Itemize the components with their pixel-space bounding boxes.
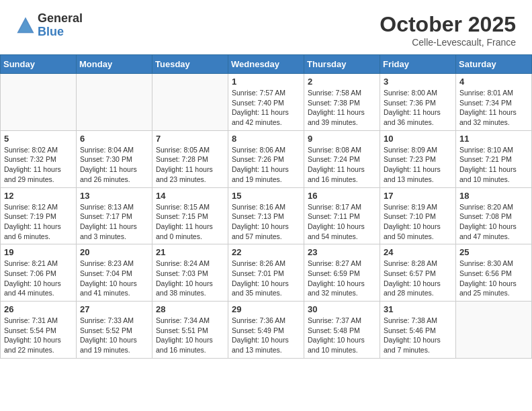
day-cell-7: 7Sunrise: 8:05 AMSunset: 7:28 PMDaylight…	[152, 130, 228, 187]
day-number: 16	[308, 191, 376, 201]
day-number: 27	[80, 304, 148, 314]
day-cell-2: 2Sunrise: 7:58 AMSunset: 7:38 PMDaylight…	[304, 74, 380, 131]
day-info: Sunrise: 8:16 AMSunset: 7:13 PMDaylight:…	[232, 202, 300, 242]
day-info: Sunrise: 8:13 AMSunset: 7:17 PMDaylight:…	[80, 202, 148, 242]
week-row-2: 12Sunrise: 8:12 AMSunset: 7:19 PMDayligh…	[1, 187, 532, 244]
day-cell-23: 23Sunrise: 8:27 AMSunset: 6:59 PMDayligh…	[304, 244, 380, 302]
logo: General Blue	[16, 12, 83, 39]
day-info: Sunrise: 8:05 AMSunset: 7:28 PMDaylight:…	[156, 145, 224, 185]
day-number: 8	[232, 134, 300, 144]
day-cell-29: 29Sunrise: 7:36 AMSunset: 5:49 PMDayligh…	[228, 302, 304, 359]
day-info: Sunrise: 8:06 AMSunset: 7:26 PMDaylight:…	[232, 145, 300, 185]
day-info: Sunrise: 7:36 AMSunset: 5:49 PMDaylight:…	[232, 316, 300, 355]
weekday-header-thursday: Thursday	[304, 55, 380, 74]
day-cell-12: 12Sunrise: 8:12 AMSunset: 7:19 PMDayligh…	[1, 187, 77, 244]
day-info: Sunrise: 7:33 AMSunset: 5:52 PMDaylight:…	[80, 316, 148, 355]
day-cell-11: 11Sunrise: 8:10 AMSunset: 7:21 PMDayligh…	[456, 130, 532, 187]
day-number: 24	[384, 247, 452, 257]
day-number: 19	[4, 247, 73, 257]
day-number: 13	[80, 191, 148, 201]
day-cell-8: 8Sunrise: 8:06 AMSunset: 7:26 PMDaylight…	[228, 130, 304, 187]
day-info: Sunrise: 7:31 AMSunset: 5:54 PMDaylight:…	[4, 316, 73, 355]
weekday-header-friday: Friday	[380, 55, 456, 74]
day-number: 4	[459, 77, 528, 87]
weekday-header-row: SundayMondayTuesdayWednesdayThursdayFrid…	[1, 55, 532, 74]
day-info: Sunrise: 8:20 AMSunset: 7:08 PMDaylight:…	[459, 202, 528, 242]
day-number: 5	[4, 134, 73, 144]
day-number: 14	[156, 191, 224, 201]
day-number: 20	[80, 247, 148, 257]
day-cell-27: 27Sunrise: 7:33 AMSunset: 5:52 PMDayligh…	[77, 302, 152, 359]
weekday-header-wednesday: Wednesday	[228, 55, 304, 74]
day-info: Sunrise: 8:23 AMSunset: 7:04 PMDaylight:…	[80, 259, 148, 298]
empty-cell	[77, 74, 152, 131]
day-number: 2	[308, 77, 376, 87]
location: Celle-Levescault, France	[380, 37, 516, 48]
day-info: Sunrise: 7:37 AMSunset: 5:48 PMDaylight:…	[308, 316, 376, 355]
day-number: 23	[308, 247, 376, 257]
day-cell-18: 18Sunrise: 8:20 AMSunset: 7:08 PMDayligh…	[456, 187, 532, 244]
day-number: 26	[4, 304, 73, 314]
week-row-1: 5Sunrise: 8:02 AMSunset: 7:32 PMDaylight…	[1, 130, 532, 187]
day-number: 22	[232, 247, 300, 257]
day-cell-14: 14Sunrise: 8:15 AMSunset: 7:15 PMDayligh…	[152, 187, 228, 244]
day-cell-16: 16Sunrise: 8:17 AMSunset: 7:11 PMDayligh…	[304, 187, 380, 244]
day-number: 7	[156, 134, 224, 144]
day-number: 1	[232, 77, 300, 87]
calendar-table: SundayMondayTuesdayWednesdayThursdayFrid…	[0, 54, 532, 359]
day-info: Sunrise: 8:26 AMSunset: 7:01 PMDaylight:…	[232, 259, 300, 298]
title-block: October 2025 Celle-Levescault, France	[380, 12, 516, 48]
day-info: Sunrise: 8:19 AMSunset: 7:10 PMDaylight:…	[384, 202, 452, 242]
day-number: 10	[384, 134, 452, 144]
weekday-header-saturday: Saturday	[456, 55, 532, 74]
day-info: Sunrise: 8:24 AMSunset: 7:03 PMDaylight:…	[156, 259, 224, 298]
day-number: 30	[308, 304, 376, 314]
day-cell-4: 4Sunrise: 8:01 AMSunset: 7:34 PMDaylight…	[456, 74, 532, 131]
day-info: Sunrise: 8:09 AMSunset: 7:23 PMDaylight:…	[384, 145, 452, 185]
day-info: Sunrise: 8:12 AMSunset: 7:19 PMDaylight:…	[4, 202, 73, 242]
week-row-3: 19Sunrise: 8:21 AMSunset: 7:06 PMDayligh…	[1, 244, 532, 302]
day-number: 31	[384, 304, 452, 314]
weekday-header-tuesday: Tuesday	[152, 55, 228, 74]
day-cell-3: 3Sunrise: 8:00 AMSunset: 7:36 PMDaylight…	[380, 74, 456, 131]
day-cell-19: 19Sunrise: 8:21 AMSunset: 7:06 PMDayligh…	[1, 244, 77, 302]
day-number: 11	[459, 134, 528, 144]
day-info: Sunrise: 8:17 AMSunset: 7:11 PMDaylight:…	[308, 202, 376, 242]
day-info: Sunrise: 8:21 AMSunset: 7:06 PMDaylight:…	[4, 259, 73, 298]
day-number: 9	[308, 134, 376, 144]
day-info: Sunrise: 8:28 AMSunset: 6:57 PMDaylight:…	[384, 259, 452, 298]
empty-cell	[456, 302, 532, 359]
day-number: 15	[232, 191, 300, 201]
day-info: Sunrise: 8:15 AMSunset: 7:15 PMDaylight:…	[156, 202, 224, 242]
day-info: Sunrise: 8:08 AMSunset: 7:24 PMDaylight:…	[308, 145, 376, 185]
day-cell-31: 31Sunrise: 7:38 AMSunset: 5:46 PMDayligh…	[380, 302, 456, 359]
day-number: 3	[384, 77, 452, 87]
day-cell-30: 30Sunrise: 7:37 AMSunset: 5:48 PMDayligh…	[304, 302, 380, 359]
day-number: 29	[232, 304, 300, 314]
day-info: Sunrise: 7:58 AMSunset: 7:38 PMDaylight:…	[308, 88, 376, 128]
day-info: Sunrise: 8:30 AMSunset: 6:56 PMDaylight:…	[459, 259, 528, 298]
day-number: 17	[384, 191, 452, 201]
day-cell-10: 10Sunrise: 8:09 AMSunset: 7:23 PMDayligh…	[380, 130, 456, 187]
day-info: Sunrise: 7:34 AMSunset: 5:51 PMDaylight:…	[156, 316, 224, 355]
day-cell-20: 20Sunrise: 8:23 AMSunset: 7:04 PMDayligh…	[77, 244, 152, 302]
day-cell-1: 1Sunrise: 7:57 AMSunset: 7:40 PMDaylight…	[228, 74, 304, 131]
day-info: Sunrise: 8:01 AMSunset: 7:34 PMDaylight:…	[459, 88, 528, 128]
day-cell-13: 13Sunrise: 8:13 AMSunset: 7:17 PMDayligh…	[77, 187, 152, 244]
day-cell-15: 15Sunrise: 8:16 AMSunset: 7:13 PMDayligh…	[228, 187, 304, 244]
header: General Blue October 2025 Celle-Levescau…	[0, 0, 532, 54]
empty-cell	[1, 74, 77, 131]
day-info: Sunrise: 8:10 AMSunset: 7:21 PMDaylight:…	[459, 145, 528, 185]
logo-general: General	[38, 12, 83, 26]
day-number: 21	[156, 247, 224, 257]
day-cell-5: 5Sunrise: 8:02 AMSunset: 7:32 PMDaylight…	[1, 130, 77, 187]
day-cell-26: 26Sunrise: 7:31 AMSunset: 5:54 PMDayligh…	[1, 302, 77, 359]
day-cell-21: 21Sunrise: 8:24 AMSunset: 7:03 PMDayligh…	[152, 244, 228, 302]
day-info: Sunrise: 8:00 AMSunset: 7:36 PMDaylight:…	[384, 88, 452, 128]
week-row-4: 26Sunrise: 7:31 AMSunset: 5:54 PMDayligh…	[1, 302, 532, 359]
day-cell-25: 25Sunrise: 8:30 AMSunset: 6:56 PMDayligh…	[456, 244, 532, 302]
day-number: 18	[459, 191, 528, 201]
day-number: 12	[4, 191, 73, 201]
day-number: 25	[459, 247, 528, 257]
day-info: Sunrise: 7:57 AMSunset: 7:40 PMDaylight:…	[232, 88, 300, 128]
